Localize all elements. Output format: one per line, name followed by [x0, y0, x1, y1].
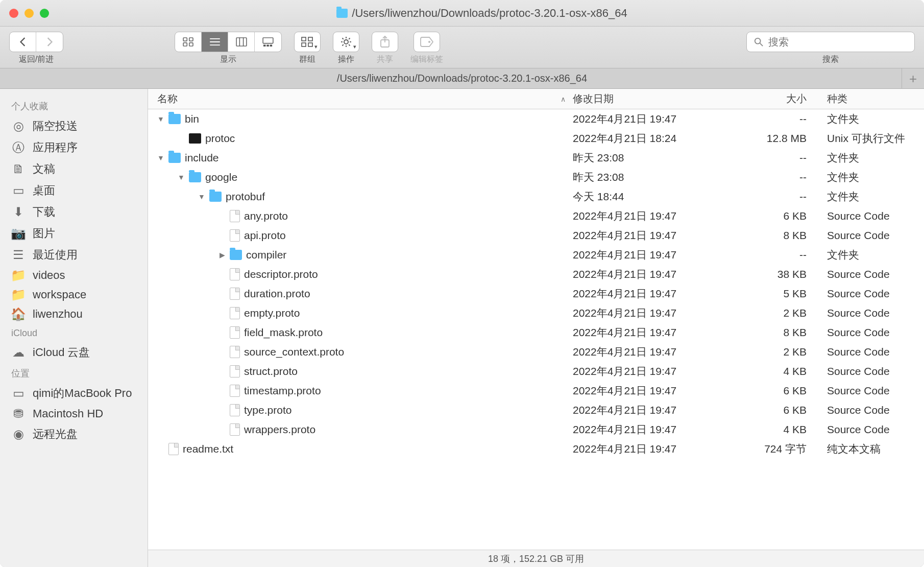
sidebar-item-label: 桌面: [33, 183, 55, 198]
search-input[interactable]: [768, 36, 907, 48]
file-kind: 文件夹: [820, 170, 924, 184]
file-row[interactable]: ▼google昨天 23:08--文件夹: [148, 168, 924, 187]
file-row[interactable]: ▼bin2022年4月21日 19:47--文件夹: [148, 109, 924, 129]
sidebar-item-应用程序[interactable]: Ⓐ应用程序: [0, 137, 148, 158]
col-name-header[interactable]: 名称: [157, 92, 178, 106]
zoom-button[interactable]: [40, 9, 49, 18]
disclosure-triangle-icon[interactable]: ▼: [198, 193, 205, 201]
file-name: any.proto: [244, 210, 288, 222]
sidebar-item-label: 图片: [33, 226, 55, 241]
sidebar-item-下载[interactable]: ⬇下载: [0, 201, 148, 223]
file-row[interactable]: source_context.proto2022年4月21日 19:472 KB…: [148, 342, 924, 362]
disclosure-triangle-icon[interactable]: ▶: [218, 251, 226, 259]
file-row[interactable]: field_mask.proto2022年4月21日 19:478 KBSour…: [148, 323, 924, 342]
back-button[interactable]: [10, 32, 36, 52]
file-size: 4 KB: [734, 365, 820, 377]
sidebar-item-最近使用[interactable]: ☰最近使用: [0, 244, 148, 266]
file-date: 2022年4月21日 19:47: [573, 325, 734, 340]
file-row[interactable]: timestamp.proto2022年4月21日 19:476 KBSourc…: [148, 381, 924, 400]
svg-rect-1: [189, 38, 192, 41]
sidebar-item-隔空投送[interactable]: ◎隔空投送: [0, 115, 148, 137]
sidebar-item-label: 远程光盘: [33, 427, 78, 442]
svg-rect-15: [302, 43, 306, 46]
file-row[interactable]: duration.proto2022年4月21日 19:475 KBSource…: [148, 284, 924, 303]
close-button[interactable]: [9, 9, 18, 18]
disclosure-triangle-icon[interactable]: ▼: [178, 173, 185, 181]
file-date: 2022年4月21日 19:47: [573, 287, 734, 301]
file-date: 2022年4月21日 19:47: [573, 248, 734, 262]
apps-icon: Ⓐ: [11, 141, 26, 154]
file-name: bin: [185, 113, 199, 125]
file-name: descriptor.proto: [244, 268, 318, 280]
file-icon: [230, 288, 240, 300]
sidebar-item-qimi的macbook-pro[interactable]: ▭qimi的MacBook Pro: [0, 383, 148, 404]
sidebar-item-label: 文稿: [33, 161, 55, 177]
sidebar-item-远程光盘[interactable]: ◉远程光盘: [0, 423, 148, 445]
disclosure-triangle-icon[interactable]: ▼: [157, 154, 164, 162]
file-row[interactable]: readme.txt2022年4月21日 19:47724 字节纯文本文稿: [148, 439, 924, 459]
column-view-button[interactable]: [228, 32, 255, 52]
file-size: --: [734, 249, 820, 261]
sidebar-item-图片[interactable]: 📷图片: [0, 223, 148, 244]
window-title: /Users/liwenzhou/Downloads/protoc-3.20.1…: [49, 7, 915, 20]
action-button[interactable]: ▾: [333, 32, 359, 52]
hdd-icon: ⛃: [11, 408, 26, 420]
file-row[interactable]: protoc2022年4月21日 18:2412.8 MBUnix 可执行文件: [148, 129, 924, 148]
file-date: 2022年4月21日 19:47: [573, 442, 734, 456]
sidebar-item-workspace[interactable]: 📁workspace: [0, 285, 148, 304]
file-size: --: [734, 191, 820, 203]
sidebar-item-label: iCloud 云盘: [33, 345, 90, 360]
file-name: source_context.proto: [244, 346, 344, 358]
list-view-button[interactable]: [202, 32, 228, 52]
file-row[interactable]: empty.proto2022年4月21日 19:472 KBSource Co…: [148, 303, 924, 323]
search-icon: [754, 37, 763, 46]
col-kind-header[interactable]: 种类: [820, 92, 924, 106]
minimize-button[interactable]: [25, 9, 34, 18]
nav-label: 返回/前进: [19, 54, 54, 65]
search-field[interactable]: [746, 32, 915, 52]
col-size-header[interactable]: 大小: [734, 92, 820, 106]
file-row[interactable]: ▼include昨天 23:08--文件夹: [148, 148, 924, 168]
sidebar-item-label: workspace: [33, 288, 86, 301]
file-date: 今天 18:44: [573, 190, 734, 204]
file-date: 2022年4月21日 19:47: [573, 267, 734, 281]
sidebar-favorites-header: 个人收藏: [0, 96, 148, 115]
sidebar-item-桌面[interactable]: ▭桌面: [0, 180, 148, 201]
sidebar-item-icloud-云盘[interactable]: ☁iCloud 云盘: [0, 342, 148, 363]
forward-button[interactable]: [36, 32, 63, 52]
new-tab-button[interactable]: +: [902, 68, 924, 89]
share-button[interactable]: [372, 32, 398, 52]
sidebar-item-macintosh-hd[interactable]: ⛃Macintosh HD: [0, 404, 148, 423]
svg-line-26: [349, 38, 350, 39]
file-name: field_mask.proto: [244, 326, 323, 339]
file-row[interactable]: any.proto2022年4月21日 19:476 KBSource Code: [148, 206, 924, 226]
file-row[interactable]: ▶compiler2022年4月21日 19:47--文件夹: [148, 245, 924, 265]
file-icon: [230, 385, 240, 397]
svg-rect-16: [308, 37, 312, 41]
col-date-header[interactable]: 修改日期: [573, 92, 734, 106]
file-row[interactable]: type.proto2022年4月21日 19:476 KBSource Cod…: [148, 400, 924, 420]
gallery-view-button[interactable]: [255, 32, 281, 52]
sidebar-item-videos[interactable]: 📁videos: [0, 266, 148, 285]
file-kind: Source Code: [820, 268, 924, 280]
file-row[interactable]: wrappers.proto2022年4月21日 19:474 KBSource…: [148, 420, 924, 439]
sidebar: 个人收藏 ◎隔空投送Ⓐ应用程序🗎文稿▭桌面⬇下载📷图片☰最近使用📁videos📁…: [0, 89, 148, 567]
chevron-down-icon: ▾: [353, 43, 356, 50]
group-button[interactable]: ▾: [294, 32, 321, 52]
file-row[interactable]: descriptor.proto2022年4月21日 19:4738 KBSou…: [148, 265, 924, 284]
sidebar-icloud-header: iCloud: [0, 324, 148, 342]
disclosure-triangle-icon[interactable]: ▼: [157, 115, 164, 123]
folder-icon: [336, 9, 348, 18]
file-row[interactable]: api.proto2022年4月21日 19:478 KBSource Code: [148, 226, 924, 245]
tags-button[interactable]: [414, 32, 440, 52]
tab-title[interactable]: /Users/liwenzhou/Downloads/protoc-3.20.1…: [337, 73, 587, 84]
file-row[interactable]: struct.proto2022年4月21日 19:474 KBSource C…: [148, 362, 924, 381]
docs-icon: 🗎: [11, 163, 26, 175]
file-date: 2022年4月21日 19:47: [573, 345, 734, 359]
sidebar-item-文稿[interactable]: 🗎文稿: [0, 158, 148, 180]
file-icon: [230, 229, 240, 242]
file-row[interactable]: ▼protobuf今天 18:44--文件夹: [148, 187, 924, 206]
sidebar-item-label: videos: [33, 269, 65, 282]
icon-view-button[interactable]: [175, 32, 202, 52]
sidebar-item-liwenzhou[interactable]: 🏠liwenzhou: [0, 304, 148, 324]
